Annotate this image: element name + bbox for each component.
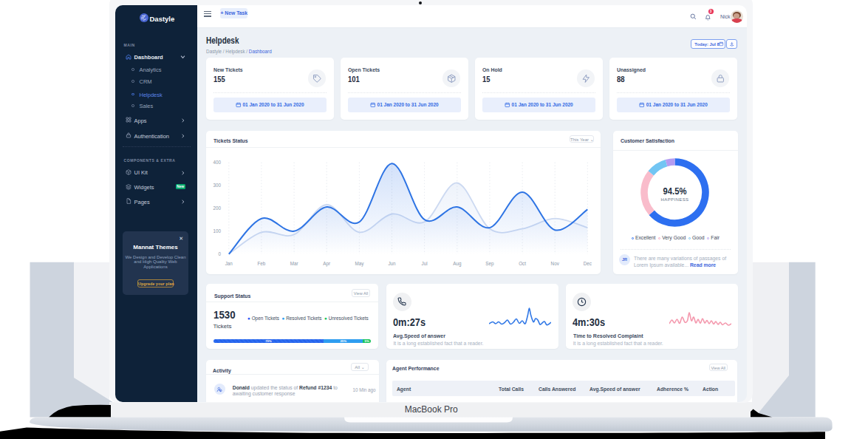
svg-text:0: 0 xyxy=(218,251,221,256)
svg-text:100: 100 xyxy=(213,228,221,234)
svg-text:Jun: Jun xyxy=(388,261,396,266)
svg-text:400: 400 xyxy=(213,160,221,165)
svg-text:Nov: Nov xyxy=(551,261,560,266)
svg-text:Apr: Apr xyxy=(323,261,330,267)
svg-text:Sep: Sep xyxy=(485,261,494,267)
svg-text:Oct: Oct xyxy=(519,261,526,266)
svg-text:Mar: Mar xyxy=(290,261,298,266)
svg-text:300: 300 xyxy=(213,183,221,188)
svg-text:MacBook Pro: MacBook Pro xyxy=(405,404,458,415)
svg-text:Jan: Jan xyxy=(225,261,233,266)
svg-text:Feb: Feb xyxy=(257,261,265,266)
svg-text:Jul: Jul xyxy=(422,261,428,266)
svg-text:200: 200 xyxy=(213,205,221,211)
svg-text:Aug: Aug xyxy=(453,261,462,267)
svg-text:Dec: Dec xyxy=(584,261,592,266)
svg-text:May: May xyxy=(355,261,364,267)
